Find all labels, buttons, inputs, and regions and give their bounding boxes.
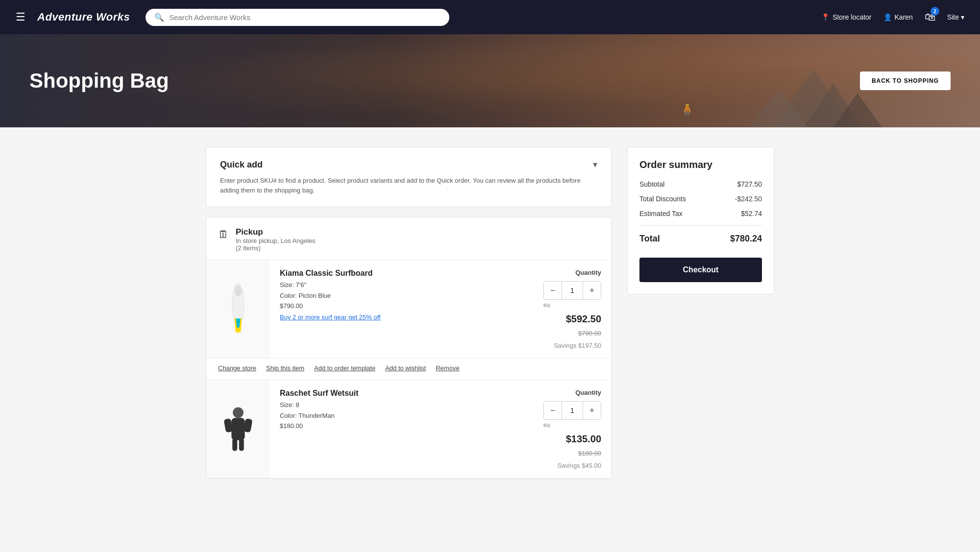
item-name: Kiama Classic Surfboard: [280, 269, 534, 278]
item-details-surfboard: Kiama Classic Surfboard Size: 7'6" Color…: [270, 260, 611, 358]
site-logo[interactable]: Adventure Works: [37, 11, 130, 24]
cart-badge: 2: [931, 7, 939, 16]
svg-rect-12: [239, 438, 244, 451]
add-to-order-template-button[interactable]: Add to order template: [314, 364, 375, 372]
quantity-label: Quantity: [575, 389, 601, 396]
quick-add-header: Quick add ▾: [220, 159, 597, 170]
color-label: Color:: [280, 292, 297, 299]
site-header: ☰ Adventure Works 🔍 📍 Store locator 👤 Ka…: [0, 0, 980, 34]
item-details-wetsuit: Raschet Surf Wetsuit Size: 8 Color: Thun…: [270, 380, 611, 478]
site-label: Site: [947, 13, 959, 21]
order-summary-panel: Order summary Subtotal $727.50 Total Dis…: [627, 147, 774, 294]
item-price-original: $180.00: [578, 450, 601, 457]
add-to-wishlist-button[interactable]: Add to wishlist: [385, 364, 426, 372]
item-info-wetsuit: Raschet Surf Wetsuit Size: 8 Color: Thun…: [280, 389, 534, 469]
size-label: Size:: [280, 281, 294, 288]
item-size: Size: 7'6": [280, 280, 534, 290]
item-size: Size: 8: [280, 400, 534, 410]
hero-figure-decoration: 🧍: [679, 101, 696, 118]
quantity-control: − 1 +: [543, 401, 601, 420]
svg-point-8: [233, 407, 244, 418]
pickup-subtitle: In store pickup, Los Angeles: [236, 237, 316, 244]
search-icon: 🔍: [154, 13, 164, 22]
search-input[interactable]: [169, 13, 441, 22]
tax-value: $52.74: [741, 210, 762, 217]
wetsuit-image: [219, 405, 258, 454]
subtotal-label: Subtotal: [639, 180, 664, 188]
svg-rect-9: [223, 418, 233, 432]
location-icon: 📍: [821, 13, 830, 21]
color-value: ThunderMan: [298, 412, 335, 419]
checkout-button[interactable]: Checkout: [639, 258, 762, 282]
left-column: Quick add ▾ Enter product SKU# to find a…: [206, 147, 612, 479]
total-label: Total: [639, 234, 660, 244]
size-value: 8: [296, 401, 299, 408]
item-quantity-price: Quantity − 1 + ea $592.50 $790.00 Saving…: [543, 269, 601, 349]
tax-row: Estimated Tax $52.74: [639, 210, 762, 217]
header-right: 📍 Store locator 👤 Karen 🛍 2 Site ▾: [821, 11, 964, 24]
quick-add-description: Enter product SKU# to find a product. Se…: [220, 176, 597, 195]
back-to-shopping-button[interactable]: BACK TO SHOPPING: [860, 72, 951, 90]
remove-item-button[interactable]: Remove: [436, 364, 459, 372]
hero-banner: 🧍 Shopping Bag BACK TO SHOPPING: [0, 34, 980, 127]
total-row: Total $780.24: [639, 234, 762, 244]
quantity-value: 1: [562, 282, 583, 299]
cart-item: Raschet Surf Wetsuit Size: 8 Color: Thun…: [206, 380, 611, 479]
svg-rect-7: [231, 418, 245, 440]
discounts-label: Total Discounts: [639, 195, 686, 203]
user-icon: 👤: [883, 13, 892, 21]
discounts-value: -$242.50: [735, 195, 762, 203]
search-container: 🔍: [146, 9, 449, 26]
tax-label: Estimated Tax: [639, 210, 683, 217]
item-color: Color: ThunderMan: [280, 410, 534, 421]
item-unit: ea: [543, 302, 550, 309]
item-savings: Savings $197.50: [554, 342, 601, 349]
pickup-icon: 🗓: [218, 228, 229, 241]
site-chevron-icon: ▾: [961, 13, 964, 21]
ship-this-item-button[interactable]: Ship this item: [266, 364, 304, 372]
pickup-section: 🗓 Pickup In store pickup, Los Angeles (2…: [206, 217, 612, 479]
svg-point-6: [235, 286, 242, 296]
item-price-original: $790.00: [578, 330, 601, 337]
main-content: Quick add ▾ Enter product SKU# to find a…: [196, 127, 784, 499]
item-promo-link[interactable]: Buy 2 or more surf gear get 25% off: [280, 313, 534, 321]
pickup-info: Pickup In store pickup, Los Angeles (2 i…: [236, 227, 316, 252]
item-price-main: $135.00: [566, 433, 601, 445]
store-locator-link[interactable]: 📍 Store locator: [821, 13, 871, 21]
pickup-title: Pickup: [236, 227, 316, 237]
pickup-header: 🗓 Pickup In store pickup, Los Angeles (2…: [206, 217, 611, 260]
order-summary-title: Order summary: [639, 159, 762, 170]
right-column: Order summary Subtotal $727.50 Total Dis…: [627, 147, 774, 479]
discounts-row: Total Discounts -$242.50: [639, 195, 762, 203]
item-price-main: $592.50: [566, 313, 601, 325]
size-value: 7'6": [296, 281, 307, 288]
item-info-surfboard: Kiama Classic Surfboard Size: 7'6" Color…: [280, 269, 534, 349]
quantity-value: 1: [562, 402, 583, 419]
change-store-button[interactable]: Change store: [218, 364, 256, 372]
item-unit: ea: [543, 422, 550, 429]
svg-rect-11: [232, 438, 237, 451]
site-selector[interactable]: Site ▾: [947, 13, 964, 21]
item-name: Raschet Surf Wetsuit: [280, 389, 534, 398]
menu-icon[interactable]: ☰: [16, 11, 25, 24]
item-image-wetsuit: [206, 380, 270, 478]
quantity-decrease-button[interactable]: −: [544, 282, 562, 299]
item-color: Color: Picton Blue: [280, 290, 534, 301]
quantity-decrease-button[interactable]: −: [544, 402, 562, 419]
item-quantity-price: Quantity − 1 + ea $135.00 $180.00 Saving…: [543, 389, 601, 469]
quantity-increase-button[interactable]: +: [583, 282, 601, 299]
cart-button[interactable]: 🛍 2: [925, 11, 935, 24]
quick-add-chevron-icon[interactable]: ▾: [593, 159, 597, 170]
quantity-label: Quantity: [575, 269, 601, 276]
item-actions-surfboard: Change store Ship this item Add to order…: [206, 359, 611, 380]
subtotal-row: Subtotal $727.50: [639, 180, 762, 188]
store-locator-label: Store locator: [833, 13, 871, 21]
total-value: $780.24: [730, 234, 762, 244]
item-image-surfboard: [206, 260, 270, 358]
user-account-link[interactable]: 👤 Karen: [883, 13, 913, 21]
search-bar[interactable]: 🔍: [146, 9, 449, 26]
quantity-increase-button[interactable]: +: [583, 402, 601, 419]
pickup-count: (2 items): [236, 244, 316, 252]
color-label: Color:: [280, 412, 297, 419]
subtotal-value: $727.50: [737, 180, 762, 188]
